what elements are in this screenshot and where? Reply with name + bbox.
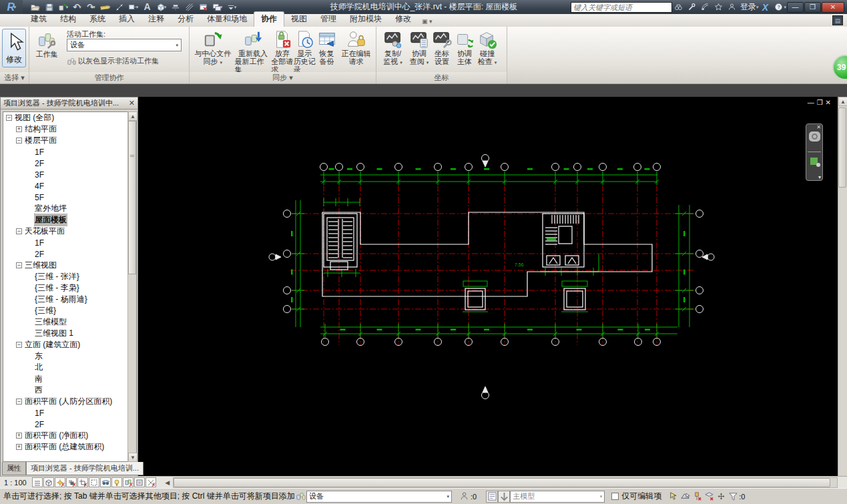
synchronize-panel-label[interactable]: 同步 ▾ [190,72,376,83]
detail-level-icon[interactable] [32,477,43,487]
save-icon[interactable] [43,1,55,13]
sync-central-button[interactable]: 与中心文件同步 ▾ [191,28,235,67]
restore-button[interactable]: 恢复备份 [316,28,338,65]
canvas-horizontal-scrollbar[interactable] [173,477,838,488]
tab-11[interactable]: 附加模块 [343,12,388,27]
tab-6[interactable]: 分析 [171,12,200,27]
drag-on-selection-toggle[interactable] [715,491,727,503]
tree-item[interactable]: {三维 - 杨雨迪} [3,294,136,305]
tree-item[interactable]: 西 [3,385,136,396]
redo-icon[interactable]: ↷▾ [85,1,97,13]
reveal-hidden-elements-icon[interactable] [111,477,122,487]
view-window-controls[interactable]: —❐✕ [808,99,834,106]
tree-item[interactable]: 5F [3,192,136,203]
temporary-hide-isolate-icon[interactable] [100,477,111,487]
gray-inactive-worksets-toggle[interactable]: 以灰色显示非活动工作集 [67,56,159,66]
design-option-combobox[interactable]: 主模型▾ [510,491,605,503]
workset-status-combobox[interactable]: 设备▾ [306,491,452,503]
tree-item[interactable]: 三维模型 [3,316,136,328]
sign-in-icon[interactable] [726,2,739,13]
view-scale[interactable]: 1 : 100 [4,479,27,487]
design-options-dialog-icon[interactable] [486,491,498,503]
help-icon[interactable]: ? [772,2,785,13]
tree-item[interactable]: −立面 (建筑立面) [3,339,136,350]
modify-button[interactable]: 修改 [2,29,26,67]
login-label[interactable]: 登录 [740,1,756,13]
coord-review-button[interactable]: 协调查阅 ▾ [408,28,431,67]
tree-item[interactable]: {三维 - 李枭} [3,282,136,294]
close-hidden-icon[interactable] [197,1,210,13]
tab-12[interactable]: 修改 [388,12,418,27]
infocenter-minimize-icon[interactable]: ▤ [832,15,843,25]
history-button[interactable]: 显示历史记录 [294,28,316,73]
navigation-bar[interactable]: ✕ ▾ [806,123,823,181]
tab-4[interactable]: 插入 [112,12,142,27]
tree-item[interactable]: {三维 - 张洋} [3,271,136,282]
edit-requests-button[interactable]: 正在编辑请求 [338,28,374,65]
search-icon[interactable] [672,2,685,13]
browser-scroll-thumb[interactable] [128,121,136,274]
filter-icon[interactable] [727,491,739,503]
revit-app-button[interactable]: R▾ [0,0,23,14]
temporary-view-properties-icon[interactable] [134,477,145,487]
tree-item[interactable]: 3F [3,169,136,180]
subscription-icon[interactable] [685,2,699,13]
properties-tab[interactable]: 属性 [2,462,26,475]
tree-item[interactable]: −楼层平面 [3,135,136,146]
hscroll-left-icon[interactable]: ◀ [162,477,173,488]
tree-item[interactable]: 1F [3,146,136,158]
canvas-vscroll-thumb[interactable] [838,107,846,188]
tree-item[interactable]: +面积平面 (净面积) [3,430,136,441]
tab-1[interactable]: 建筑 [24,12,53,27]
tree-item[interactable]: +面积平面 (总建筑面积) [3,441,136,453]
help-dropdown-icon[interactable]: ▾ [784,5,786,10]
copy-monitor-button[interactable]: 复制/监视 ▾ [378,28,408,67]
section-icon[interactable] [169,1,182,13]
active-workset-combobox[interactable]: 设备▾ [67,39,182,51]
exchange-apps-icon[interactable]: X [758,2,772,13]
select-links-toggle[interactable] [667,491,679,503]
sun-path-off-icon[interactable]: ✗ [55,477,65,487]
customize-icon[interactable]: ▾ [225,1,238,13]
visual-style-icon[interactable] [43,477,54,487]
tree-item[interactable]: 2F [3,248,136,260]
tree-item[interactable]: {三维} [3,305,136,316]
tab-5[interactable]: 注释 [142,12,171,27]
canvas-hscroll-thumb[interactable] [174,478,830,487]
search-input[interactable] [571,2,672,13]
tree-item[interactable]: −视图 (全部) [3,112,136,123]
tab-8[interactable]: 协作 [254,11,284,27]
sync-central-icon[interactable]: ▾ [57,1,69,13]
editable-only-checkbox[interactable] [611,493,619,500]
tree-item[interactable]: 2F [3,419,136,430]
editing-requests-icon[interactable] [459,491,471,503]
active-design-option-icon[interactable] [498,491,510,503]
steering-wheel-icon[interactable] [809,132,820,142]
tree-item[interactable]: 4F [3,180,136,192]
project-browser-tab[interactable]: 项目浏览器 - 技师学院机电培训... [26,462,144,475]
communication-center-icon[interactable] [699,2,712,13]
analytical-model-off-icon[interactable]: ✗ [146,477,156,487]
reload-button[interactable]: 重新载入最新工作集 [235,28,272,73]
open-icon[interactable] [29,1,41,13]
show-crop-region-icon[interactable] [89,477,99,487]
tree-item[interactable]: 1F [3,237,136,248]
drawing-canvas[interactable]: 7.56 —❐✕ ✕ ▾ [138,97,838,476]
tab-7[interactable]: 体量和场地 [200,12,254,27]
select-by-face-toggle[interactable] [703,491,715,503]
interference-button[interactable]: 碰撞检查 ▾ [476,28,499,67]
project-browser-close-icon[interactable]: ✕ [129,99,135,107]
select-pinned-toggle[interactable] [691,491,703,503]
tree-item[interactable]: 北 [3,362,136,373]
tab-3[interactable]: 系统 [83,12,112,27]
tree-item[interactable]: −天花板平面 [3,226,136,237]
coord-settings-button[interactable]: 坐标设置 [431,28,453,65]
tree-item[interactable]: 屋面楼板 [3,214,136,226]
shadows-off-icon[interactable]: ✗ [66,477,77,487]
undo-icon[interactable]: ↶▾ [71,1,83,13]
view-3d-icon[interactable]: ▾ [155,1,168,13]
worksets-button[interactable]: 工作集 [32,29,61,58]
minimize-button[interactable]: — [787,2,804,13]
tree-item[interactable]: 三维视图 1 [3,328,136,339]
select-panel-label[interactable]: 选择 ▾ [0,72,29,83]
